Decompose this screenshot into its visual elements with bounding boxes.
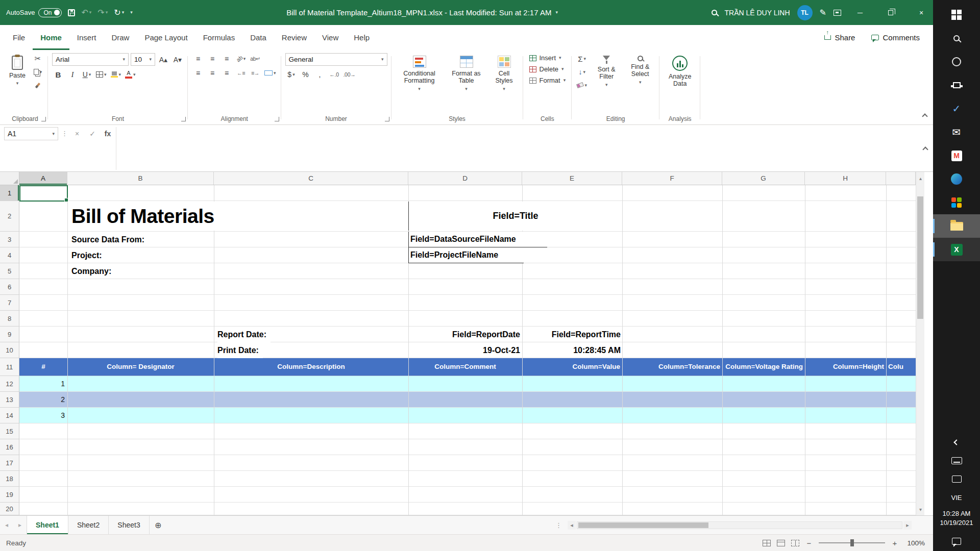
clipboard-dialog-launcher[interactable]: [41, 117, 46, 121]
format-painter-button[interactable]: [32, 80, 44, 91]
font-dialog-launcher[interactable]: [181, 117, 186, 121]
row-header[interactable]: 12: [0, 376, 19, 392]
copy-button[interactable]: ▾: [32, 66, 44, 78]
row-header[interactable]: 5: [0, 263, 19, 279]
insert-function-button[interactable]: fx: [102, 127, 114, 140]
insert-cells-button[interactable]: Insert▾: [527, 53, 564, 63]
sheet-row[interactable]: [19, 279, 916, 295]
cell-print-date-label[interactable]: Print Date:: [217, 342, 263, 358]
undo-button[interactable]: ↶▾: [81, 9, 91, 17]
row-index-cell[interactable]: 3: [19, 408, 67, 423]
tab-home[interactable]: Home: [33, 25, 69, 50]
tab-view[interactable]: View: [314, 25, 346, 50]
cell-company-label[interactable]: Company:: [71, 264, 115, 279]
cancel-button[interactable]: ×: [71, 127, 83, 140]
sheet-row[interactable]: [19, 295, 916, 311]
formula-input[interactable]: [116, 127, 918, 170]
new-sheet-button[interactable]: ⊕: [150, 516, 167, 534]
row-header[interactable]: 3: [0, 232, 19, 247]
vertical-scrollbar[interactable]: ▴ ▾: [916, 172, 924, 515]
cell-print-date-value[interactable]: 19-Oct-21: [409, 342, 520, 358]
number-dialog-launcher[interactable]: [385, 117, 389, 121]
zoom-slider[interactable]: [819, 542, 885, 543]
cell-field-title[interactable]: Field=Title: [408, 202, 622, 231]
row-header[interactable]: 6: [0, 279, 19, 295]
tab-insert[interactable]: Insert: [69, 25, 104, 50]
row-header[interactable]: 9: [0, 327, 19, 342]
zoom-slider-thumb[interactable]: [850, 539, 854, 546]
scroll-down-icon[interactable]: ▾: [916, 504, 925, 514]
cell-doc-title[interactable]: Bill of Materials: [71, 202, 220, 231]
comma-style-button[interactable]: ,: [314, 69, 326, 80]
colorful-app-button[interactable]: [933, 191, 980, 214]
enter-button[interactable]: ✓: [86, 127, 99, 140]
row-header[interactable]: 20: [0, 503, 19, 515]
search-button[interactable]: [712, 10, 717, 15]
ribbon-display-options-button[interactable]: [834, 10, 841, 16]
decrease-indent-button[interactable]: ←≡: [235, 67, 247, 79]
sheet-tab-3[interactable]: Sheet3: [109, 516, 149, 534]
active-cell-a1[interactable]: [19, 185, 68, 202]
increase-decimal-button[interactable]: ←.0: [328, 69, 340, 80]
alignment-dialog-launcher[interactable]: [275, 117, 279, 121]
align-center-button[interactable]: ≡: [206, 67, 218, 79]
previous-sheet-button[interactable]: ◂: [0, 516, 13, 534]
tab-review[interactable]: Review: [274, 25, 314, 50]
taskbar-clock[interactable]: 10:28 AM 10/19/2021: [940, 508, 973, 529]
cell-source-value[interactable]: Field=DataSourceFileName: [408, 232, 547, 247]
orientation-button[interactable]: ab▾: [235, 53, 247, 64]
tab-draw[interactable]: Draw: [104, 25, 137, 50]
row-header[interactable]: 1: [0, 185, 19, 201]
table-row[interactable]: 2: [19, 392, 916, 408]
share-button[interactable]: Share: [818, 30, 861, 45]
percent-style-button[interactable]: %: [300, 69, 312, 80]
sheet-row[interactable]: [19, 311, 916, 327]
table-header-row[interactable]: # Column= Designator Column=Description …: [19, 358, 916, 376]
touch-keyboard-button[interactable]: [933, 453, 980, 469]
row-header[interactable]: 14: [0, 408, 19, 423]
delete-cells-button[interactable]: Delete▾: [527, 64, 566, 74]
next-sheet-button[interactable]: ▸: [13, 516, 27, 534]
comments-button[interactable]: Comments: [865, 30, 926, 45]
table-header-cell[interactable]: Colu: [886, 358, 916, 375]
cell-print-time-value[interactable]: 10:28:45 AM: [523, 342, 621, 358]
scroll-up-icon[interactable]: ▴: [916, 173, 925, 183]
sheet-row[interactable]: [19, 503, 916, 515]
fill-color-button[interactable]: ▾: [110, 69, 122, 80]
table-header-cell[interactable]: Column=Height: [805, 358, 886, 375]
shrink-font-button[interactable]: A▾: [172, 54, 184, 65]
table-header-cell[interactable]: Column=Comment: [408, 358, 522, 375]
clear-button[interactable]: ▾: [576, 80, 588, 91]
file-explorer-button[interactable]: [933, 214, 980, 238]
row-header[interactable]: 7: [0, 295, 19, 311]
sheet-row[interactable]: [19, 487, 916, 503]
column-header-a[interactable]: A: [19, 172, 67, 185]
zoom-level[interactable]: 100%: [904, 539, 925, 547]
row-header[interactable]: 18: [0, 471, 19, 487]
vertical-scroll-thumb[interactable]: [917, 196, 923, 319]
display-button[interactable]: [933, 471, 980, 487]
merge-center-button[interactable]: ▾: [263, 67, 277, 79]
zoom-in-button[interactable]: +: [891, 539, 898, 547]
table-header-cell[interactable]: #: [19, 358, 67, 375]
table-row[interactable]: 3: [19, 408, 916, 423]
table-header-cell[interactable]: Column=Value: [522, 358, 622, 375]
collapse-ribbon-button[interactable]: [923, 111, 927, 120]
tab-splitter-handle[interactable]: ⋮: [555, 516, 562, 534]
column-header-f[interactable]: F: [622, 172, 722, 185]
align-middle-button[interactable]: ≡: [206, 53, 218, 64]
cell-styles-button[interactable]: Cell Styles ▾: [489, 53, 519, 94]
redo-button[interactable]: ↷▾: [97, 9, 108, 17]
normal-view-button[interactable]: [763, 540, 771, 546]
row-header[interactable]: 16: [0, 439, 19, 455]
todo-button[interactable]: ✓: [933, 97, 980, 120]
italic-button[interactable]: I: [66, 69, 79, 80]
accounting-format-button[interactable]: $▾: [285, 69, 298, 80]
sheet-tab-1[interactable]: Sheet1: [27, 516, 68, 534]
start-button[interactable]: [933, 3, 980, 27]
paste-button[interactable]: Paste ▾: [6, 53, 29, 88]
find-select-button[interactable]: Find & Select ▾: [625, 53, 655, 87]
scroll-right-icon[interactable]: ▸: [903, 521, 912, 530]
row-index-cell[interactable]: 1: [19, 376, 67, 391]
cell-source-label[interactable]: Source Data From:: [71, 232, 149, 247]
